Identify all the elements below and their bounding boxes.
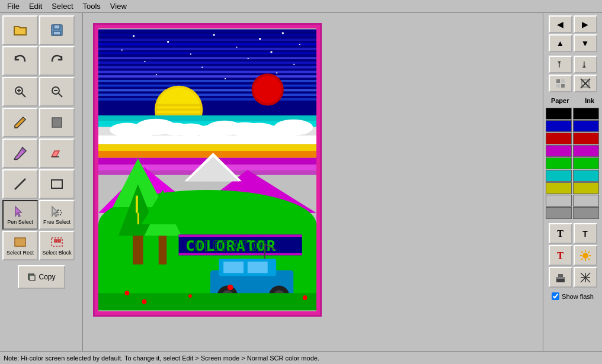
svg-line-138 (588, 259, 590, 260)
paper-green[interactable] (546, 157, 572, 169)
nav-up-button[interactable]: ▲ (549, 34, 572, 52)
svg-point-132 (582, 253, 588, 259)
menu-tools[interactable]: Tools (78, 1, 105, 12)
svg-rect-60 (156, 104, 201, 107)
line-button[interactable] (2, 169, 38, 199)
svg-point-120 (188, 294, 192, 298)
paper-cyan[interactable] (546, 170, 572, 182)
free-select-button[interactable]: Free Select (39, 200, 75, 230)
svg-rect-46 (299, 44, 300, 45)
select-block-label: Select Block (42, 250, 72, 256)
svg-rect-125 (556, 79, 560, 83)
svg-rect-39 (98, 94, 316, 96)
text-tool-grid: T T T (549, 223, 597, 288)
svg-rect-21 (58, 240, 60, 242)
nav-left-button[interactable]: ◀ (549, 15, 572, 33)
svg-rect-34 (98, 70, 316, 73)
menu-file[interactable]: File (2, 1, 24, 12)
select-block-button[interactable]: Select Block (39, 231, 75, 260)
ink-blue[interactable] (573, 120, 599, 132)
show-flash-checkbox[interactable] (552, 292, 559, 300)
tool-row-6 (2, 169, 80, 199)
text-serif-button[interactable]: T (574, 223, 597, 244)
ink-yellow[interactable] (573, 182, 599, 194)
stamp-button[interactable] (549, 267, 572, 288)
artwork[interactable]: COLORATOR COLORATOR (95, 25, 320, 315)
color-row-red (546, 133, 600, 144)
app: File Edit Select Tools View (0, 0, 602, 364)
zoom-in-button[interactable] (2, 77, 38, 107)
special-btn-1[interactable]: ⤒ (549, 56, 572, 73)
tool-row-4 (2, 108, 80, 137)
menu-edit[interactable]: Edit (24, 1, 47, 12)
svg-rect-30 (98, 52, 316, 54)
menu-select[interactable]: Select (47, 1, 78, 12)
pen-select-label: Pen Select (7, 220, 33, 226)
paper-lightgray[interactable] (546, 195, 572, 207)
svg-line-14 (15, 179, 25, 189)
ink-cyan[interactable] (573, 170, 599, 182)
svg-text:⤓: ⤓ (581, 60, 588, 69)
nav-down-button[interactable]: ▼ (574, 34, 597, 52)
paper-darkgray[interactable] (546, 207, 572, 219)
svg-point-116 (228, 285, 233, 291)
paper-blue[interactable] (546, 120, 572, 132)
svg-rect-37 (98, 85, 316, 87)
ink-green[interactable] (573, 157, 599, 169)
pen-select-button[interactable]: Pen Select (2, 200, 38, 230)
svg-text:⤒: ⤒ (556, 60, 563, 69)
svg-rect-26 (98, 34, 316, 36)
ink-red[interactable] (573, 133, 599, 144)
select-rect-button[interactable]: Select Rect (2, 231, 38, 260)
color-row-black (546, 108, 600, 120)
paper-red[interactable] (546, 133, 572, 144)
copy-button[interactable]: Copy (18, 265, 65, 289)
ink-black[interactable] (573, 108, 599, 120)
svg-line-139 (588, 252, 590, 253)
svg-rect-62 (156, 113, 201, 115)
pencil-button[interactable] (2, 108, 38, 137)
undo-button[interactable] (2, 46, 38, 76)
text-color-button[interactable]: T (549, 245, 572, 266)
rect-button[interactable] (39, 169, 75, 199)
tool-row-2 (2, 46, 80, 76)
paper-magenta[interactable] (546, 145, 572, 157)
paper-black[interactable] (546, 108, 572, 120)
show-flash-label[interactable]: Show flash (562, 293, 594, 300)
paper-yellow[interactable] (546, 182, 572, 194)
color-row-blue (546, 120, 600, 132)
svg-line-137 (581, 252, 582, 253)
svg-rect-33 (98, 66, 316, 69)
svg-rect-20 (55, 240, 57, 242)
svg-text:COLORATOR: COLORATOR (185, 237, 267, 255)
paper-label: Paper (551, 97, 569, 104)
svg-rect-25 (98, 30, 316, 32)
special-btn-4[interactable] (574, 75, 597, 92)
fill-button[interactable] (39, 108, 75, 137)
svg-rect-43 (213, 34, 215, 36)
redo-button[interactable] (39, 46, 75, 76)
show-flash-container: Show flash (552, 292, 594, 300)
tool-row-3 (2, 77, 80, 107)
special-btn-2[interactable]: ⤓ (574, 56, 597, 73)
ink-magenta[interactable] (573, 145, 599, 157)
text-normal-button[interactable]: T (549, 223, 572, 244)
special-btn-3[interactable] (549, 75, 572, 92)
menu-view[interactable]: View (105, 1, 132, 12)
menubar: File Edit Select Tools View (0, 0, 602, 13)
save-button[interactable] (39, 15, 75, 45)
svg-point-121 (303, 295, 308, 300)
crosshatch-button[interactable] (574, 267, 597, 288)
zoom-out-button[interactable] (39, 77, 75, 107)
ink-darkgray[interactable] (573, 207, 599, 219)
ink-lightgray[interactable] (573, 195, 599, 207)
brush-button[interactable] (2, 138, 38, 168)
svg-rect-51 (144, 61, 145, 62)
sun-button[interactable] (574, 245, 597, 266)
eraser-button[interactable] (39, 138, 75, 168)
svg-line-4 (21, 93, 25, 97)
open-button[interactable] (2, 15, 38, 45)
svg-rect-61 (156, 108, 201, 111)
nav-right-button[interactable]: ▶ (574, 15, 597, 33)
tool-row-select: Select Rect Select Block (2, 231, 80, 260)
